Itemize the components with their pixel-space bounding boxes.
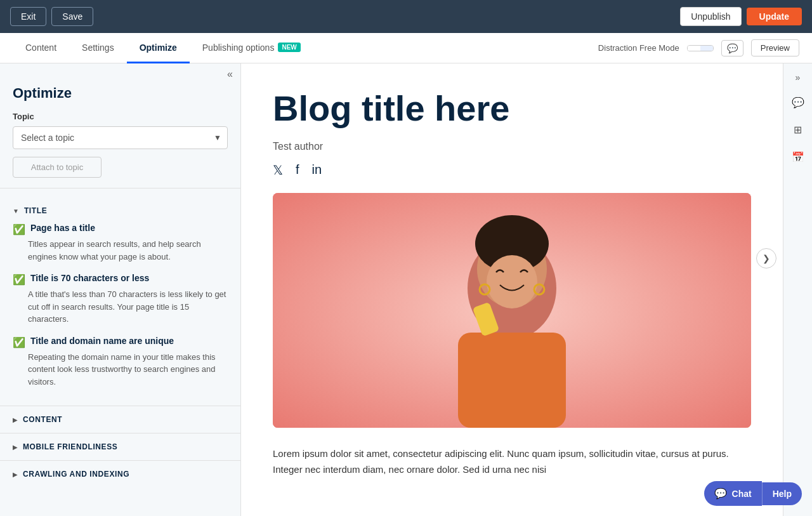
blog-title: Blog title here	[273, 89, 751, 128]
check-has-title-row: ✅ Page has a title	[13, 223, 228, 235]
title-section-header[interactable]: ▼ TITLE	[0, 199, 240, 223]
chevron-right-icon: ▶	[13, 471, 18, 478]
distraction-label: Distraction Free Mode	[598, 43, 679, 53]
sidebar-collapse-row: «	[0, 63, 240, 85]
topic-select-wrapper: Select a topic ▼	[13, 126, 228, 149]
layout-tool-button[interactable]: ⊞	[790, 120, 806, 140]
save-button[interactable]: Save	[51, 7, 93, 26]
twitter-icon[interactable]: 𝕏	[273, 162, 283, 178]
mobile-section-label: MOBILE FRIENDLINESS	[23, 442, 117, 451]
attach-to-topic-button[interactable]: Attach to topic	[13, 157, 102, 178]
chevron-down-icon: ▼	[13, 208, 19, 215]
chat-button[interactable]: 💬 Chat	[704, 481, 762, 506]
chevron-right-icon: ▶	[13, 416, 18, 423]
new-badge: NEW	[278, 43, 300, 52]
collapse-sidebar-button[interactable]: «	[227, 69, 233, 80]
chat-icon: 💬	[714, 487, 727, 499]
svg-point-6	[487, 255, 537, 308]
tabbar-right: Distraction Free Mode 💬 Preview	[598, 39, 799, 56]
topbar-left: Exit Save	[10, 7, 93, 26]
check-title-unique-label: Title and domain name are unique	[30, 336, 174, 346]
blog-image	[273, 193, 751, 428]
check-title-length-label: Title is 70 characters or less	[30, 273, 149, 283]
help-button[interactable]: Help	[762, 482, 802, 505]
topic-section: Topic Select a topic ▼ Attach to topic	[0, 112, 240, 178]
check-has-title-label: Page has a title	[30, 223, 95, 233]
distraction-toggle	[687, 45, 714, 51]
preview-area: Blog title here Test author 𝕏 f in	[241, 63, 783, 516]
crawling-section-header[interactable]: ▶ CRAWLING AND INDEXING	[0, 460, 240, 487]
svg-rect-5	[458, 333, 566, 428]
tab-settings[interactable]: Settings	[69, 34, 127, 63]
chat-widget: 💬 Chat Help	[704, 481, 802, 506]
title-section-label: TITLE	[24, 206, 47, 215]
tabbar: Content Settings Optimize Publishing opt…	[0, 33, 812, 63]
calendar-tool-button[interactable]: 📅	[788, 147, 808, 167]
content-section-label: CONTENT	[23, 415, 62, 424]
check-title-unique-desc: Repeating the domain name in your title …	[13, 351, 228, 388]
check-title-unique-row: ✅ Title and domain name are unique	[13, 336, 228, 348]
checkmark-icon: ✅	[13, 274, 25, 286]
exit-button[interactable]: Exit	[10, 7, 46, 26]
check-has-title: ✅ Page has a title Titles appear in sear…	[13, 223, 228, 263]
main-content: « Optimize Topic Select a topic ▼ Attach…	[0, 63, 812, 516]
linkedin-icon[interactable]: in	[312, 162, 322, 178]
checkmark-icon: ✅	[13, 223, 25, 235]
tab-optimize[interactable]: Optimize	[127, 34, 190, 63]
blog-body-text: Lorem ipsum dolor sit amet, consectetur …	[273, 446, 751, 478]
collapse-right-sidebar-button[interactable]: »	[793, 70, 803, 85]
tab-content[interactable]: Content	[13, 34, 69, 63]
topic-label: Topic	[13, 112, 228, 121]
social-icons: 𝕏 f in	[273, 162, 751, 178]
check-has-title-desc: Titles appear in search results, and hel…	[13, 238, 228, 263]
facebook-icon[interactable]: f	[296, 162, 299, 178]
topbar: Exit Save Unpublish Update	[0, 0, 812, 33]
chevron-right-icon: ▶	[13, 444, 18, 451]
comment-icon-btn[interactable]: 💬	[721, 40, 743, 56]
topic-select[interactable]: Select a topic	[13, 126, 228, 149]
tab-publishing-label: Publishing options	[202, 43, 275, 53]
section-divider-1	[0, 188, 240, 189]
check-title-length-row: ✅ Title is 70 characters or less	[13, 273, 228, 286]
unpublish-button[interactable]: Unpublish	[680, 7, 741, 26]
check-title-length: ✅ Title is 70 characters or less A title…	[13, 273, 228, 326]
comment-tool-button[interactable]: 💬	[788, 93, 808, 112]
check-title-unique: ✅ Title and domain name are unique Repea…	[13, 336, 228, 388]
title-section-body: ✅ Page has a title Titles appear in sear…	[0, 223, 240, 406]
checkmark-icon: ✅	[13, 336, 25, 348]
preview-button[interactable]: Preview	[751, 39, 799, 56]
chevron-right-icon: ❯	[763, 253, 770, 263]
blog-image-person	[273, 193, 751, 428]
content-section-header[interactable]: ▶ CONTENT	[0, 406, 240, 433]
topbar-right: Unpublish Update	[680, 7, 802, 26]
chat-label: Chat	[732, 489, 752, 499]
tab-publishing[interactable]: Publishing options NEW	[190, 34, 313, 63]
blog-author: Test author	[273, 141, 751, 152]
update-button[interactable]: Update	[747, 8, 802, 25]
check-title-length-desc: A title that's less than 70 characters i…	[13, 288, 228, 326]
crawling-section-label: CRAWLING AND INDEXING	[23, 470, 129, 479]
right-sidebar: » 💬 ⊞ 📅	[783, 63, 812, 516]
next-page-arrow[interactable]: ❯	[756, 248, 776, 268]
sidebar: « Optimize Topic Select a topic ▼ Attach…	[0, 63, 241, 516]
toggle-on[interactable]	[700, 46, 713, 51]
mobile-section-header[interactable]: ▶ MOBILE FRIENDLINESS	[0, 433, 240, 460]
sidebar-title: Optimize	[0, 85, 240, 112]
toggle-off[interactable]	[688, 46, 700, 51]
